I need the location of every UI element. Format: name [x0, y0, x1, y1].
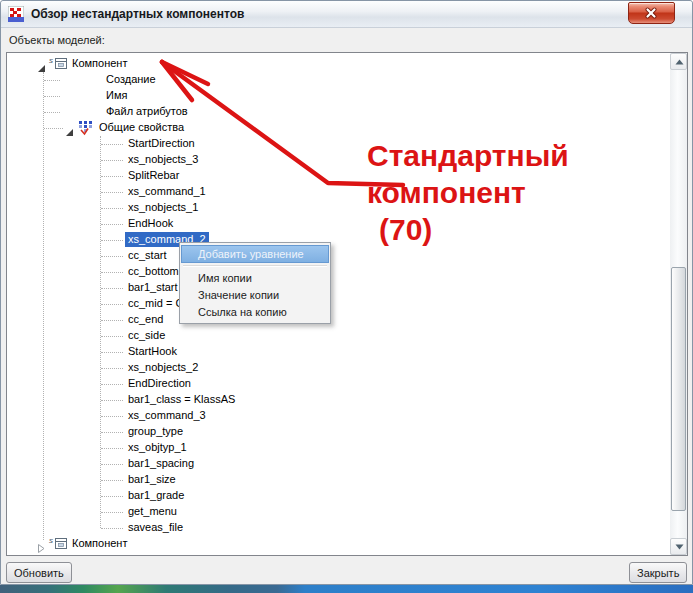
tree-guide: [101, 368, 123, 369]
tree-panel: sКомпонентСозданиеИмяФайл атрибутовОбщие…: [6, 52, 688, 556]
close-icon: [645, 7, 657, 19]
tree-guide: [101, 320, 123, 321]
tree-row: cc_end: [7, 312, 663, 328]
annotation-text: Стандартный компонент (70): [367, 137, 569, 248]
tree-guide: [101, 448, 123, 449]
close-button[interactable]: [628, 2, 675, 24]
scrollbar-up-button[interactable]: [670, 53, 687, 70]
tree-item-label[interactable]: xs_command_3: [125, 408, 209, 423]
tree-row: Создание: [7, 72, 663, 88]
tree-item-label[interactable]: Создание: [103, 72, 159, 87]
tree-row: EndDirection: [7, 376, 663, 392]
tree-item-label[interactable]: bar1_start: [125, 280, 181, 295]
tree-row: sКомпонент: [7, 536, 663, 552]
tree-guide: [101, 240, 123, 241]
tree-item-label[interactable]: bar1_spacing: [125, 456, 197, 471]
menu-item[interactable]: Ссылка на копию: [181, 304, 329, 321]
tree-row: xs_command_3: [7, 408, 663, 424]
annotation-line: Стандартный: [367, 137, 569, 174]
tree-item-label[interactable]: SplitRebar: [125, 168, 182, 183]
tree-row: cc_bottom: [7, 264, 663, 280]
menu-item[interactable]: Значение копии: [181, 287, 329, 304]
tree-item-label[interactable]: Компонент: [69, 56, 130, 71]
tree-row: bar1_grade: [7, 488, 663, 504]
tree-item-label[interactable]: xs_command_1: [125, 184, 209, 199]
tree-item-label[interactable]: get_menu: [125, 504, 180, 519]
tree-item-label[interactable]: StartHook: [125, 344, 180, 359]
tree-item-label[interactable]: StartDirection: [125, 136, 198, 151]
tree-item-label[interactable]: bar1_grade: [125, 488, 187, 503]
tree-item-label[interactable]: Компонент: [69, 536, 130, 551]
tree-guide: [101, 288, 123, 289]
scrollbar-thumb[interactable]: [671, 267, 686, 511]
menu-item[interactable]: Добавить уравнение: [181, 245, 329, 263]
tree-item-label[interactable]: xs_nobjects_1: [125, 200, 201, 215]
tree-guide: [44, 80, 60, 81]
annotation-line: компонент: [367, 174, 569, 211]
collapsed-triangle-icon[interactable]: [37, 539, 46, 548]
scrollbar-down-button[interactable]: [670, 538, 687, 555]
vertical-scrollbar[interactable]: [670, 53, 687, 555]
tree-item-label[interactable]: bar1_class = KlassAS: [125, 392, 238, 407]
component-icon: s: [48, 536, 70, 555]
tree-item-label[interactable]: xs_nobjects_3: [125, 152, 201, 167]
tree-guide: [101, 432, 123, 433]
expanded-triangle-icon[interactable]: [37, 59, 46, 68]
tree-item-label[interactable]: EndHook: [125, 216, 176, 231]
scroll-up-icon: [675, 59, 684, 65]
tree-guide: [44, 112, 60, 113]
tree-item-label[interactable]: Файл атрибутов: [103, 104, 191, 119]
tree-item-label[interactable]: saveas_file: [125, 520, 186, 535]
tree-row: cc_side: [7, 328, 663, 344]
tree-item-label[interactable]: cc_side: [125, 328, 168, 343]
objects-label: Объекты моделей:: [9, 34, 105, 46]
app-icon: [8, 6, 24, 22]
tree-guide: [101, 192, 123, 193]
tree-guide: [101, 496, 123, 497]
tree-item-label[interactable]: xs_objtyp_1: [125, 440, 190, 455]
svg-text:s: s: [49, 56, 53, 65]
tree-guide: [101, 208, 123, 209]
window-title: Обзор нестандартных компонентов: [31, 7, 244, 21]
tree-item-label[interactable]: xs_nobjects_2: [125, 360, 201, 375]
title-bar[interactable]: Обзор нестандартных компонентов: [1, 1, 692, 28]
tree-row: group_type: [7, 424, 663, 440]
tree-row: xs_objtyp_1: [7, 440, 663, 456]
close-dialog-button[interactable]: Закрыть: [629, 562, 687, 583]
tree-guide: [101, 464, 123, 465]
tree-row: bar1_start: [7, 280, 663, 296]
tree-row: bar1_size: [7, 472, 663, 488]
tree-item-label[interactable]: cc_start: [125, 248, 170, 263]
tree-row: Файл атрибутов: [7, 104, 663, 120]
tree-row: saveas_file: [7, 520, 663, 536]
tree-guide: [101, 224, 123, 225]
tree-item-label[interactable]: bar1_size: [125, 472, 179, 487]
tree-guide: [101, 400, 123, 401]
tree-row: cc_start: [7, 248, 663, 264]
tree-item-label[interactable]: EndDirection: [125, 376, 194, 391]
tree-guide: [44, 96, 60, 97]
tree-item-label[interactable]: Имя: [103, 88, 130, 103]
menu-item[interactable]: Имя копии: [181, 270, 329, 287]
tree-row: Общие свойства: [7, 120, 663, 136]
context-menu: Добавить уравнениеИмя копииЗначение копи…: [179, 242, 331, 324]
tree-guide: [101, 160, 123, 161]
tree-row: sКомпонент: [7, 56, 663, 72]
tree-guide: [101, 272, 123, 273]
tree-guide: [101, 416, 123, 417]
annotation-line: (70): [367, 211, 569, 248]
tree-guide: [101, 304, 123, 305]
tree-row: Имя: [7, 88, 663, 104]
tree-item-label[interactable]: Общие свойства: [96, 120, 187, 135]
expanded-triangle-icon[interactable]: [65, 123, 74, 132]
refresh-button[interactable]: Обновить: [6, 562, 72, 583]
tree-row: bar1_spacing: [7, 456, 663, 472]
tree-item-label[interactable]: cc_bottom: [125, 264, 182, 279]
tree-item-label[interactable]: group_type: [125, 424, 186, 439]
tree-guide: [101, 336, 123, 337]
scroll-down-icon: [675, 544, 684, 550]
tree-item-label[interactable]: cc_end: [125, 312, 166, 327]
tree-item-label[interactable]: cc_mid = C: [125, 296, 186, 311]
tree-row: get_menu: [7, 504, 663, 520]
menu-separator: [183, 265, 327, 267]
